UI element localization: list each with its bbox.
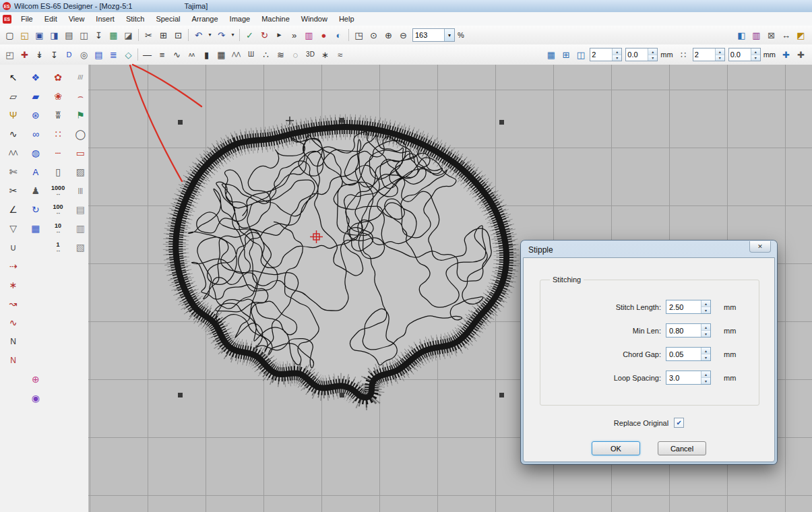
cut-icon[interactable]: ✂ [142,28,156,42]
red-node-tool[interactable]: N [3,352,24,369]
zoom-dropdown-icon[interactable]: ▾ [444,29,454,41]
redo-history-dropdown-icon[interactable]: ▾ [229,28,237,42]
selection-handle[interactable] [499,120,504,125]
column-shape-tool[interactable]: ▯ [48,163,69,181]
insert-design-icon[interactable]: ◪ [121,28,135,42]
grid-columns-spin-down[interactable]: ▾ [613,55,621,61]
lettering-tool[interactable]: A [25,163,46,181]
new-design-icon[interactable]: ▢ [3,28,17,42]
snap-to-grid-icon[interactable]: ⊞ [559,48,573,61]
loop-spacing-spin-down[interactable]: ▾ [701,377,710,384]
add-hole-tool[interactable]: ⊕ [25,371,46,388]
star-stitch-icon[interactable]: ∗ [318,48,332,61]
menu-item-view[interactable]: View [63,13,90,25]
3d-warp-icon[interactable]: 3D [303,48,317,61]
stitch-length-spin-up[interactable]: ▴ [701,300,710,307]
stitch-length-spin-down[interactable]: ▾ [701,307,710,313]
chord-gap-spin-up[interactable]: ▴ [701,348,710,354]
simplify-object-icon[interactable]: ◇ [121,48,135,61]
zoom-100-tool[interactable]: 100↔ [48,201,69,218]
menu-item-help[interactable]: Help [334,13,360,25]
replace-original-checkbox[interactable]: ✔ [674,418,684,428]
hoop-margin-spin-down[interactable]: ▾ [716,55,724,61]
redo-icon[interactable]: ↷ [214,28,228,42]
menu-item-arrange[interactable]: Arrange [186,13,223,25]
menu-item-image[interactable]: Image [224,13,256,25]
sculpture-run-icon[interactable]: ∿ [170,48,184,61]
target-point-tool[interactable]: ◉ [25,389,46,407]
undo-history-dropdown-icon[interactable]: ▾ [206,28,214,42]
grid-size-spin[interactable]: ▴▾ [625,48,658,61]
hoop-offset-spin-input[interactable] [729,51,751,59]
zoom-box-icon[interactable]: ◳ [352,28,366,42]
grid-reference-icon[interactable]: ◫ [573,48,588,61]
measure-tool[interactable]: ∠ [3,201,24,218]
rotate-45-tool[interactable]: ↻ [25,201,46,218]
loop-spacing-input[interactable] [666,371,701,384]
team-names-tool[interactable]: ♟ [25,182,46,199]
zigzag-run-tool[interactable]: ∿ [3,125,24,143]
motif-run-tool[interactable]: ʬ [48,106,69,124]
e-stitch-icon[interactable]: Ш [244,48,258,61]
print-icon[interactable]: ▤ [62,28,76,42]
min-len-spin-down[interactable]: ▾ [701,330,710,337]
measure-icon[interactable]: ↔ [779,28,793,42]
stitch-angle-tool[interactable]: ⋀⋀ [3,144,24,162]
min-len-input[interactable] [666,324,701,337]
design-library-icon[interactable]: ◩ [794,28,808,42]
show-grid-icon[interactable]: ▦ [544,48,558,61]
motif-run-stitch-icon[interactable]: ʌʌ [185,48,199,61]
chord-gap-spin-down[interactable]: ▾ [701,354,710,360]
menu-item-insert[interactable]: Insert [90,13,120,25]
export-machine-file-icon[interactable]: ↧ [92,28,106,42]
generate-stitches-icon[interactable]: ✓ [243,28,257,42]
hoop-offset-spin-down[interactable]: ▾ [751,55,760,61]
zoom-level-combo[interactable]: ▾ [412,28,455,42]
grid-columns-spin-up[interactable]: ▴ [613,49,621,55]
design-overview-icon[interactable]: ◧ [735,28,749,42]
chord-gap-spinbox[interactable]: ▴▾ [666,347,711,361]
mitre-tool[interactable]: ▽ [3,220,24,237]
zoom-1-1-icon[interactable]: ⊙ [367,28,381,42]
move-design-icon[interactable]: ✚ [794,48,808,61]
grid-size-spin-down[interactable]: ▾ [648,55,657,61]
curve-node-tool[interactable]: N [3,333,24,350]
save-design-icon[interactable]: ▣ [32,28,46,42]
overlap-check-icon[interactable]: ⊠ [764,28,778,42]
stitch-length-input[interactable] [666,300,701,313]
hoop-margin-spin-input[interactable] [693,51,715,59]
selection-handle[interactable] [340,393,344,397]
hoop-layout-icon[interactable]: ∷ [677,48,691,61]
menu-item-window[interactable]: Window [296,13,333,25]
needle-entry-icon[interactable]: ↡ [32,48,46,61]
jagged-run-tool[interactable]: ↝ [3,295,24,313]
grid-size-spin-input[interactable] [626,51,648,59]
regenerate-icon[interactable]: ↻ [257,28,272,42]
loop-spacing-spinbox[interactable]: ▴▾ [666,371,711,385]
wave-fill-icon[interactable]: ≈ [333,48,347,61]
stitch-manager-icon[interactable]: ▦ [106,28,121,42]
menu-item-machine[interactable]: Machine [256,13,295,25]
sequin-run-tool[interactable]: ∗ [3,276,24,294]
zoom-in-icon[interactable]: ⊕ [381,28,396,42]
object-list-icon[interactable]: ▤ [92,48,106,61]
chord-gap-input[interactable] [666,348,701,360]
stitch-length-spinbox[interactable]: ▴▾ [666,300,711,314]
thread-colors-icon[interactable]: ● [317,28,331,42]
grid-size-spin-up[interactable]: ▴ [648,49,657,55]
cross-stitch-tool[interactable]: ∷ [48,125,69,143]
double-run-tool[interactable]: ∞ [25,125,46,143]
print-preview-icon[interactable]: ◫ [77,28,91,42]
zigzag-stitch-icon[interactable]: ⋀⋀ [229,48,243,61]
globe-fill-tool[interactable]: ⊛ [25,106,46,124]
save-all-icon[interactable]: ◨ [47,28,61,42]
grid-columns-spin[interactable]: ▴▾ [590,48,622,61]
motif-fill-icon[interactable]: ∴ [259,48,273,61]
zoom-10-tool[interactable]: 10↔ [48,220,69,237]
zoom-out-icon[interactable]: ⊖ [396,28,410,42]
bean-run-tool[interactable]: ┄ [48,144,69,162]
menu-item-special[interactable]: Special [150,13,185,25]
satin-stitch-icon[interactable]: ▮ [199,48,214,61]
hoop-offset-spin[interactable]: ▴▾ [728,48,761,61]
needle-exit-icon[interactable]: ↧ [47,48,61,61]
